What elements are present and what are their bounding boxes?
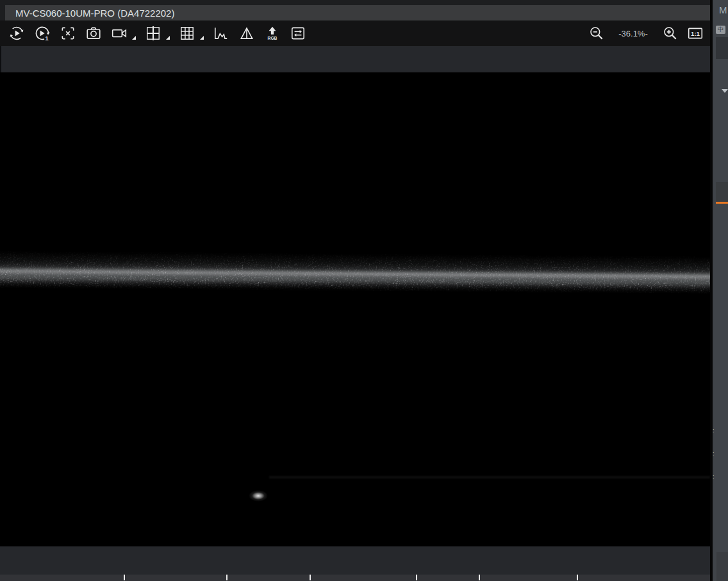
zoom-out-icon [588,25,605,42]
parameter-settings-icon [290,25,306,42]
right-panel-title-clipped: M [719,4,727,15]
histogram-button[interactable] [212,24,229,43]
clipped-text-fragment: : [713,451,715,457]
ruler-tick [124,575,125,580]
record-video-button[interactable] [110,24,128,43]
ruler-tick [577,575,578,580]
rgb-pseudocolor-button[interactable]: RGB [263,24,281,43]
cross-line-dropdown[interactable] [166,36,170,40]
ruler-tick [416,575,417,580]
bright-spot [249,490,268,502]
record-video-icon [111,25,128,42]
rgb-pseudocolor-icon: RGB [264,25,281,42]
capture-image-icon [85,25,102,42]
record-video-dropdown[interactable] [132,36,136,40]
zoom-out-button[interactable] [588,24,605,43]
viewer-background-top [0,46,710,72]
svg-text:1: 1 [45,35,48,42]
actual-size-button[interactable]: 1:1 [686,24,704,43]
bottom-ruler [0,575,710,581]
faint-smear-line [269,476,710,479]
acquisition-toolbar: 1 [0,20,710,46]
flip-image-button[interactable] [238,24,255,43]
single-acquisition-button[interactable]: 1 [33,24,51,43]
ruler-tick [479,575,480,580]
ruler-tick [310,575,311,580]
zoom-controls: -36.1%- 1:1 [588,20,704,46]
zoom-in-button[interactable] [661,24,679,43]
rgb-label: RGB [267,36,277,40]
chevron-down-icon[interactable] [722,89,728,93]
right-panel-active-tab-clipped[interactable] [716,182,728,203]
actual-size-icon: 1:1 [687,25,704,42]
continuous-acquisition-button[interactable] [8,24,25,43]
zoom-in-icon [662,25,679,42]
right-panel-bottom-block [716,552,728,581]
ruler-tick [226,575,228,580]
camera-window-title-bar[interactable]: MV-CS060-10UM-PRO (DA4722202) [5,5,710,20]
viewer-background-bottom [0,546,710,575]
continuous-acquisition-icon [8,25,25,42]
active-tab-accent-bar [716,202,728,204]
actual-size-label: 1:1 [690,30,700,37]
histogram-icon [213,25,229,42]
grid-overlay-icon [179,25,195,42]
camera-window-title: MV-CS060-10UM-PRO (DA4722202) [5,8,174,19]
parameter-settings-button[interactable] [289,24,306,43]
cross-line-overlay-button[interactable] [144,24,161,43]
mvs-viewer-window: MV-CS060-10UM-PRO (DA4722202) 1 [0,0,728,581]
right-panel-button-clipped[interactable] [716,37,728,59]
zoom-level-value: -36.1%- [613,29,654,38]
cross-line-overlay-icon [145,25,161,42]
capture-image-button[interactable] [85,24,102,43]
right-panel-clipped: M 中 : : : [713,0,728,581]
clipped-text-fragment: : [713,428,715,434]
grid-overlay-dropdown[interactable] [200,36,204,40]
software-trigger-button[interactable] [59,24,76,43]
software-trigger-icon [60,25,76,42]
single-acquisition-icon: 1 [34,25,51,42]
language-icon[interactable]: 中 [716,26,725,34]
camera-image-canvas[interactable] [0,72,710,546]
flip-image-icon [238,25,255,42]
clipped-text-fragment: : [713,474,715,480]
grid-overlay-button[interactable] [178,24,195,43]
